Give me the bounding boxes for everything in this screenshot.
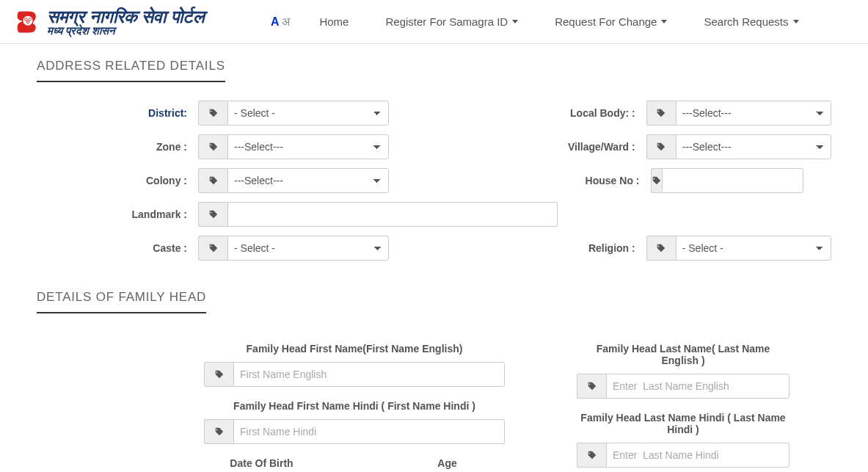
nav-search[interactable]: Search Requests	[704, 15, 798, 28]
logo-icon	[15, 9, 41, 35]
logo-text: समग्र नागरिक सेवा पोर्टल मध्य प्रदेश शास…	[47, 7, 205, 37]
tag-icon	[198, 236, 227, 261]
landmark-input[interactable]	[227, 202, 558, 227]
label-houseno: House No :	[497, 175, 651, 186]
row-colony-houseno: Colony : ---Select--- House No :	[73, 168, 831, 193]
nav-register[interactable]: Register For Samagra ID	[385, 15, 518, 28]
label-ln-en: Family Head Last Name( Last Name English…	[577, 343, 789, 366]
tag-icon	[577, 443, 606, 468]
firstname-en-input[interactable]	[233, 362, 505, 387]
tag-icon	[198, 101, 227, 126]
label-localbody: Local Body: :	[497, 107, 646, 119]
colony-select[interactable]: ---Select---	[227, 168, 389, 193]
label-colony: Colony :	[73, 175, 198, 186]
caret-icon	[661, 20, 667, 23]
row-zone-village: Zone : ---Select--- Village/Ward : ---Se…	[73, 134, 831, 159]
zone-select[interactable]: ---Select---	[227, 134, 389, 159]
row-landmark: Landmark :	[73, 202, 831, 227]
tag-icon	[204, 419, 233, 444]
lang-hi: अ	[282, 15, 290, 28]
nav-home[interactable]: Home	[319, 15, 349, 28]
caste-select[interactable]: - Select -	[227, 236, 389, 261]
district-select[interactable]: - Select -	[227, 101, 389, 126]
tag-icon	[577, 374, 606, 399]
language-toggle[interactable]: A अ	[271, 15, 290, 29]
label-zone: Zone :	[73, 141, 198, 153]
label-religion: Religion :	[497, 242, 646, 254]
navbar: समग्र नागरिक सेवा पोर्टल मध्य प्रदेश शास…	[0, 0, 868, 44]
village-select[interactable]: ---Select---	[676, 134, 831, 159]
caret-icon	[793, 20, 799, 23]
row-district-localbody: District: - Select - Local Body: : ---Se…	[73, 101, 831, 126]
label-fn-hi: Family Head First Name Hindi ( First Nam…	[176, 400, 533, 412]
label-village: Village/Ward :	[497, 141, 646, 153]
label-landmark: Landmark :	[73, 208, 198, 220]
tag-icon	[646, 101, 676, 126]
label-dob: Date Of Birth	[176, 457, 347, 469]
nav-links: Home Register For Samagra ID Request For…	[319, 15, 798, 28]
religion-select[interactable]: - Select -	[676, 236, 831, 261]
label-district: District:	[73, 107, 198, 119]
content: ADDRESS RELATED DETAILS District: - Sele…	[0, 44, 868, 472]
localbody-select[interactable]: ---Select---	[676, 101, 831, 126]
lastname-en-input[interactable]	[606, 374, 789, 399]
tag-icon	[646, 134, 676, 159]
label-ln-hi: Family Head Last Name Hindi ( Last Name …	[577, 412, 789, 435]
tag-icon	[651, 168, 662, 193]
tag-icon	[204, 362, 233, 387]
section-title-familyhead: DETAILS OF FAMILY HEAD	[37, 290, 206, 313]
label-age: Age	[362, 457, 533, 469]
label-caste: Caste :	[73, 242, 198, 254]
section-title-address: ADDRESS RELATED DETAILS	[37, 59, 225, 82]
label-fn-en: Family Head First Name(First Name Englis…	[176, 343, 533, 355]
tag-icon	[198, 202, 227, 227]
houseno-input[interactable]	[662, 168, 803, 193]
lang-en: A	[271, 15, 279, 28]
firstname-hi-input[interactable]	[233, 419, 505, 444]
caret-icon	[512, 20, 518, 23]
nav-request[interactable]: Request For Change	[555, 15, 667, 28]
family-head-section: DETAILS OF FAMILY HEAD Family Head First…	[37, 290, 831, 472]
tag-icon	[198, 134, 227, 159]
tag-icon	[198, 168, 227, 193]
tag-icon	[646, 236, 676, 261]
logo: समग्र नागरिक सेवा पोर्टल मध्य प्रदेश शास…	[15, 7, 205, 37]
logo-line2: मध्य प्रदेश शासन	[47, 24, 205, 37]
lastname-hi-input[interactable]	[606, 443, 789, 468]
row-caste-religion: Caste : - Select - Religion : - Select -	[73, 236, 831, 261]
